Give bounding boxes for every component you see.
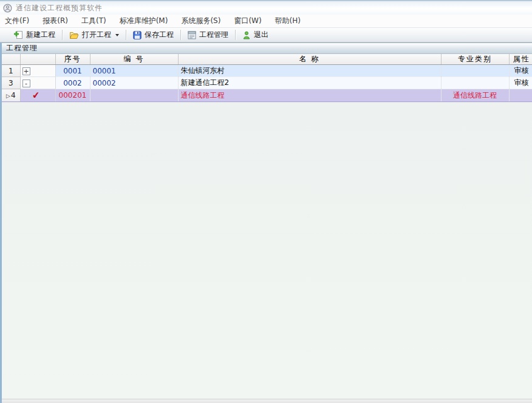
cell-attr[interactable] [509, 89, 532, 102]
open-project-button[interactable]: 打开工程 [64, 29, 124, 42]
exit-person-icon [242, 31, 251, 39]
cell-attr[interactable]: 审核 [509, 77, 532, 89]
client-area: 工程管理 序号 编 号 名 称 专业类别 属性 1 + [0, 42, 532, 403]
red-check-icon: ✔ [32, 89, 40, 101]
cell-seq[interactable]: 0001 [55, 65, 90, 77]
table-row[interactable]: 3 - 0002 00002 新建通信工程2 审核 [2, 77, 532, 89]
cell-code[interactable] [90, 89, 178, 102]
save-floppy-icon [133, 31, 142, 39]
row-number[interactable]: 1 [2, 65, 20, 77]
toolbar-separator [235, 30, 236, 40]
menu-file[interactable]: 文件(F) [5, 16, 29, 26]
header-attr[interactable]: 属性 [509, 54, 532, 65]
menu-library[interactable]: 标准库维护(M) [120, 16, 168, 26]
panel-caption: 工程管理 [2, 42, 532, 54]
cell-code[interactable]: 00001 [90, 65, 178, 77]
menu-tools[interactable]: 工具(T) [81, 16, 106, 26]
current-row-indicator-icon: ▷ [6, 93, 10, 99]
cell-name[interactable]: 通信线路工程 [178, 89, 441, 102]
cell-category[interactable] [441, 65, 509, 77]
cell-seq[interactable]: 0002 [55, 77, 90, 89]
project-manage-label: 工程管理 [199, 30, 228, 40]
status-bar [2, 399, 532, 403]
dropdown-arrow-icon [115, 34, 119, 36]
expand-cell: ✔ [20, 89, 55, 102]
cell-name[interactable]: 朱仙镇河东村 [178, 65, 441, 77]
toolbar-separator [126, 30, 126, 40]
project-form-icon [188, 31, 196, 39]
toolbar-separator [180, 30, 181, 40]
new-project-label: 新建工程 [26, 30, 55, 40]
header-category[interactable]: 专业类别 [441, 54, 509, 65]
row-number[interactable]: 3 [2, 77, 20, 89]
grid-header-row: 序号 编 号 名 称 专业类别 属性 [2, 54, 532, 65]
cell-seq[interactable]: 000201 [55, 89, 90, 102]
save-project-label: 保存工程 [145, 30, 174, 40]
project-grid: 序号 编 号 名 称 专业类别 属性 1 + 0001 00001 朱仙镇河东村… [2, 54, 532, 102]
toolbar-separator [62, 30, 63, 40]
expand-cell: + [20, 65, 55, 77]
save-project-button[interactable]: 保存工程 [128, 29, 179, 42]
project-manage-button[interactable]: 工程管理 [183, 29, 233, 42]
grid-empty-area [2, 102, 532, 399]
header-indicator [2, 54, 20, 65]
table-row[interactable]: 1 + 0001 00001 朱仙镇河东村 审核 [2, 65, 532, 77]
row-number[interactable]: ▷4 [2, 89, 20, 102]
new-project-button[interactable]: 新建工程 [9, 29, 60, 42]
header-name[interactable]: 名 称 [178, 54, 441, 65]
panel-title: 工程管理 [6, 43, 38, 53]
expand-cell: - [20, 77, 55, 89]
menu-report[interactable]: 报表(R) [43, 16, 68, 26]
cell-category[interactable] [441, 77, 509, 89]
open-project-label: 打开工程 [82, 30, 111, 40]
cell-code[interactable]: 00002 [90, 77, 178, 89]
app-window: 通信建设工程概预算软件 文件(F) 报表(R) 工具(T) 标准库维护(M) 系… [0, 0, 532, 403]
menu-help[interactable]: 帮助(H) [275, 16, 301, 26]
cell-category[interactable]: 通信线路工程 [441, 89, 509, 102]
app-icon [3, 4, 12, 13]
window-title: 通信建设工程概预算软件 [16, 3, 103, 13]
exit-button[interactable]: 退出 [237, 29, 273, 42]
header-expand [20, 54, 55, 65]
exit-label: 退出 [254, 30, 268, 40]
menu-system[interactable]: 系统服务(S) [181, 16, 220, 26]
header-code[interactable]: 编 号 [90, 54, 178, 65]
toolbar: 新建工程 打开工程 保存工程 [0, 27, 532, 42]
title-bar: 通信建设工程概预算软件 [0, 0, 532, 15]
cell-attr[interactable]: 审核 [509, 65, 532, 77]
row-number-value: 4 [11, 91, 16, 100]
new-document-plus-icon [13, 30, 23, 39]
menu-bar: 文件(F) 报表(R) 工具(T) 标准库维护(M) 系统服务(S) 窗口(W)… [0, 15, 532, 27]
cell-name[interactable]: 新建通信工程2 [178, 77, 441, 89]
expand-plus-button[interactable]: + [22, 67, 30, 75]
table-row-selected[interactable]: ▷4 ✔ 000201 通信线路工程 通信线路工程 [2, 89, 532, 102]
header-seq[interactable]: 序号 [55, 54, 90, 65]
open-folder-icon [69, 31, 79, 39]
collapse-minus-button[interactable]: - [22, 80, 30, 87]
menu-window[interactable]: 窗口(W) [234, 16, 261, 26]
